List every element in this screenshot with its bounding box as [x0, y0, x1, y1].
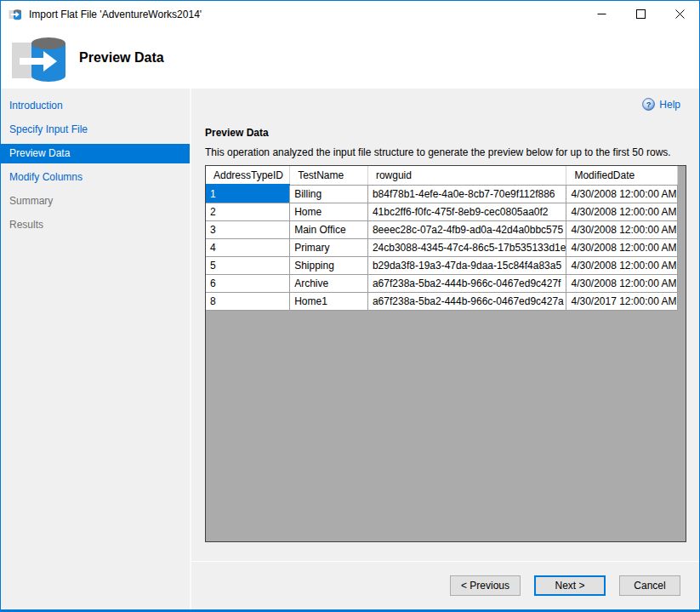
table-cell[interactable]: a67f238a-5ba2-444b-966c-0467ed9c427a: [367, 292, 566, 310]
table-row: 6Archivea67f238a-5ba2-444b-966c-0467ed9c…: [206, 274, 686, 292]
app-database-icon: [9, 8, 22, 21]
help-icon: ?: [642, 98, 655, 111]
sidebar-item-preview-data[interactable]: Preview Data: [1, 144, 190, 163]
close-button[interactable]: [660, 1, 699, 27]
content-area: Preview Data This operation analyzed the…: [191, 112, 699, 561]
wizard-step-title: Preview Data: [79, 50, 164, 66]
grid-filler: [677, 274, 686, 292]
table-cell[interactable]: 4/30/2008 12:00:00 AM: [566, 220, 677, 238]
table-cell[interactable]: 4/30/2008 12:00:00 AM: [566, 256, 677, 274]
column-header-addresstypeid[interactable]: AddressTypeID: [206, 166, 290, 185]
next-button[interactable]: Next >: [534, 575, 606, 596]
window-controls: [582, 1, 699, 27]
table-cell[interactable]: 4/30/2008 12:00:00 AM: [566, 203, 677, 220]
table-cell[interactable]: 3: [206, 220, 290, 238]
previous-button[interactable]: < Previous: [450, 575, 521, 596]
help-label: Help: [659, 99, 680, 111]
minimize-button[interactable]: [582, 1, 621, 27]
sidebar-item-introduction[interactable]: Introduction: [1, 96, 190, 116]
close-icon: [675, 9, 685, 19]
table-cell[interactable]: Billing: [290, 185, 368, 203]
table-header-row: AddressTypeID TestName rowguid ModifiedD…: [206, 166, 686, 185]
svg-text:?: ?: [646, 100, 652, 109]
table-cell[interactable]: 4: [206, 238, 290, 256]
table-row: 1Billingb84f78b1-4efe-4a0e-8cb7-70e9f112…: [206, 185, 686, 203]
table-cell[interactable]: b84f78b1-4efe-4a0e-8cb7-70e9f112f886: [367, 185, 566, 203]
grid-filler: [677, 238, 686, 256]
table-cell[interactable]: b29da3f8-19a3-47da-9daa-15c84f4a83a5: [367, 256, 566, 274]
table-cell[interactable]: 5: [206, 256, 290, 274]
import-database-icon: [11, 32, 65, 83]
table-cell[interactable]: a67f238a-5ba2-444b-966c-0467ed9c427f: [367, 274, 566, 292]
title-bar: Import Flat File 'AdventureWorks2014': [1, 1, 699, 27]
table-cell[interactable]: 4/30/2008 12:00:00 AM: [566, 185, 677, 203]
maximize-button[interactable]: [621, 1, 660, 27]
table-row: 3Main Office8eeec28c-07a2-4fb9-ad0a-42d4…: [206, 220, 686, 238]
preview-data-grid: AddressTypeID TestName rowguid ModifiedD…: [205, 165, 686, 542]
table-cell[interactable]: 1: [206, 185, 290, 203]
table-cell[interactable]: 4/30/2017 12:00:00 AM: [566, 292, 677, 310]
sidebar-item-summary: Summary: [1, 192, 190, 211]
wizard-header: Preview Data: [1, 27, 699, 89]
maximize-icon: [636, 9, 646, 19]
wizard-body: Introduction Specify Input File Preview …: [1, 89, 699, 609]
table-cell[interactable]: 24cb3088-4345-47c4-86c5-17b535133d1e: [367, 238, 566, 256]
table-cell[interactable]: Shipping: [290, 256, 368, 274]
sidebar-item-modify-columns[interactable]: Modify Columns: [1, 168, 190, 187]
help-link[interactable]: ? Help: [642, 98, 680, 111]
table-cell[interactable]: Home: [290, 203, 368, 220]
table-cell[interactable]: 6: [206, 274, 290, 292]
table-cell[interactable]: 41bc2ff6-f0fc-475f-8eb9-cec0805aa0f2: [367, 203, 566, 220]
column-header-modifieddate[interactable]: ModifiedDate: [566, 166, 677, 185]
table-cell[interactable]: 8eeec28c-07a2-4fb9-ad0a-42d4a0bbc575: [367, 220, 566, 238]
column-header-rowguid[interactable]: rowguid: [367, 166, 566, 185]
section-description: This operation analyzed the input file s…: [205, 146, 699, 158]
grid-filler: [677, 203, 686, 220]
wizard-steps-sidebar: Introduction Specify Input File Preview …: [1, 89, 190, 609]
table-cell[interactable]: 2: [206, 203, 290, 220]
table-cell[interactable]: Home1: [290, 292, 368, 310]
table-row: 5Shippingb29da3f8-19a3-47da-9daa-15c84f4…: [206, 256, 686, 274]
minimize-icon: [597, 9, 606, 19]
table-cell[interactable]: 8: [206, 292, 290, 310]
grid-header-filler: [677, 166, 686, 185]
sidebar-item-results: Results: [1, 215, 190, 235]
sidebar-item-specify-input-file[interactable]: Specify Input File: [1, 120, 190, 140]
grid-filler: [677, 220, 686, 238]
table-cell[interactable]: Main Office: [290, 220, 368, 238]
import-flat-file-window: Import Flat File 'AdventureWorks2014' Pr…: [0, 0, 700, 612]
cancel-button[interactable]: Cancel: [619, 575, 680, 596]
section-title: Preview Data: [205, 127, 699, 139]
table-row: 8Home1a67f238a-5ba2-444b-966c-0467ed9c42…: [206, 292, 686, 310]
help-row: ? Help: [191, 89, 699, 112]
table-cell[interactable]: Primary: [290, 238, 368, 256]
table-cell[interactable]: 4/30/2008 12:00:00 AM: [566, 238, 677, 256]
grid-filler: [677, 292, 686, 310]
table-row: 4Primary24cb3088-4345-47c4-86c5-17b53513…: [206, 238, 686, 256]
table-cell[interactable]: Archive: [290, 274, 368, 292]
table-cell[interactable]: 4/30/2008 12:00:00 AM: [566, 274, 677, 292]
grid-filler: [677, 185, 686, 203]
window-title: Import Flat File 'AdventureWorks2014': [29, 9, 202, 20]
wizard-footer: < Previous Next > Cancel: [191, 561, 699, 609]
column-header-testname[interactable]: TestName: [290, 166, 368, 185]
grid-filler: [677, 256, 686, 274]
table-row: 2Home41bc2ff6-f0fc-475f-8eb9-cec0805aa0f…: [206, 203, 686, 220]
main-panel: ? Help Preview Data This operation analy…: [190, 89, 699, 609]
